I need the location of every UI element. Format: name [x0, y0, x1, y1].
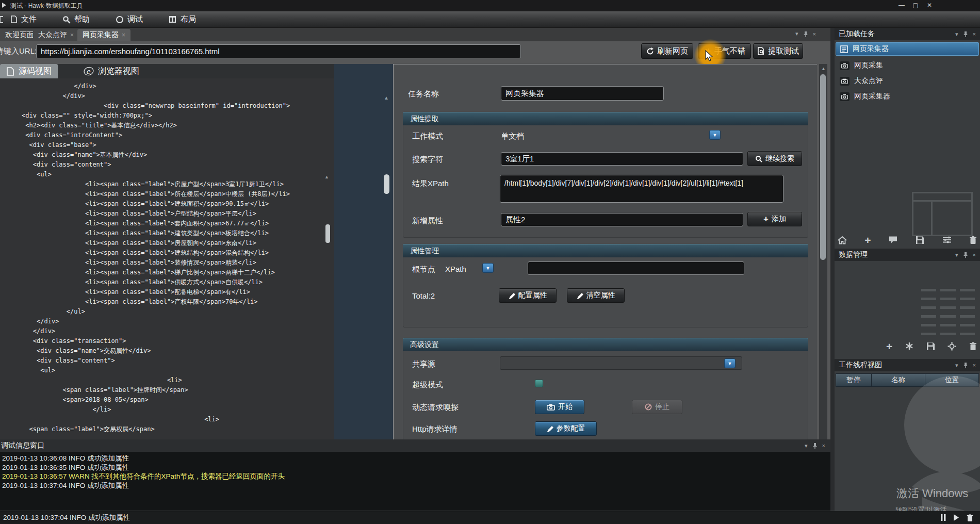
code-scrollbar-thumb[interactable]: [325, 224, 330, 243]
task-item[interactable]: 网页采集: [836, 59, 979, 72]
trash-icon[interactable]: [969, 236, 977, 244]
add-icon[interactable]: +: [886, 342, 892, 351]
close-icon[interactable]: ×: [973, 252, 976, 258]
data-grid-placeholder: [921, 289, 975, 338]
menu-help[interactable]: 帮助: [55, 11, 97, 27]
root-node-input[interactable]: [528, 261, 744, 275]
extract-group-header: 属性提取: [403, 112, 808, 125]
chevron-down-icon[interactable]: ▾: [955, 252, 958, 258]
pin-icon[interactable]: [963, 31, 968, 37]
task-name-input[interactable]: 网页采集器: [501, 86, 664, 101]
form-list-icon: [840, 45, 848, 53]
source-code-view[interactable]: </div> </div> <div class="newwrap basein…: [0, 78, 334, 439]
close-tab-icon[interactable]: ×: [122, 31, 125, 39]
work-mode-dropdown-icon[interactable]: ▼: [709, 130, 721, 140]
result-xpath-input[interactable]: /html[1]/body[1]/div[7]/div[1]/div[2]/di…: [500, 175, 783, 203]
source-tab-row: 源码视图 e 浏览器视图: [0, 64, 334, 78]
config-attrs-button[interactable]: 配置属性: [499, 288, 557, 303]
data-manage-panel-header: 数据管理 ▾ ×: [835, 249, 980, 261]
super-mode-checkbox[interactable]: [535, 380, 543, 387]
root-node-mode[interactable]: XPath: [445, 265, 466, 273]
refresh-page-button[interactable]: 刷新网页: [641, 43, 693, 59]
scroll-up-icon[interactable]: ▲: [821, 66, 826, 71]
log-row: 2019-01-13 10:37:04 INFO 成功添加属性: [2, 481, 830, 490]
play-icon[interactable]: [953, 514, 959, 521]
gear-icon[interactable]: [948, 342, 956, 351]
chevron-down-icon[interactable]: ▾: [955, 31, 958, 38]
menu-file[interactable]: 文件: [3, 11, 44, 27]
comment-icon[interactable]: [889, 236, 898, 244]
close-tab-icon[interactable]: ×: [70, 31, 74, 39]
url-input[interactable]: https://bj.lianjia.com/ershoufang/101103…: [36, 44, 521, 58]
task-item[interactable]: 网页采集器: [836, 90, 979, 103]
panel-splitter[interactable]: ▲: [334, 64, 393, 439]
share-source-dropdown[interactable]: ▼: [500, 356, 742, 370]
trash-icon[interactable]: [969, 342, 977, 351]
pin-icon[interactable]: [963, 252, 968, 258]
asterisk-icon[interactable]: [905, 342, 913, 350]
save-icon[interactable]: [926, 342, 935, 351]
work-mode-label: 工作模式: [412, 132, 443, 141]
home-icon[interactable]: [838, 236, 847, 244]
tab-web-collector[interactable]: 网页采集器 ×: [77, 29, 130, 41]
debug-log-area[interactable]: 2019-01-13 10:36:08 INFO 成功添加属性 2019-01-…: [0, 452, 830, 511]
filter-sliders-icon[interactable]: [942, 236, 952, 244]
maximize-button[interactable]: ▢: [910, 2, 921, 9]
add-icon[interactable]: +: [864, 236, 871, 244]
camera-icon: [547, 404, 555, 411]
doc-search-icon: [757, 47, 765, 55]
continue-search-button[interactable]: 继续搜索: [747, 151, 802, 166]
extract-test-button[interactable]: 提取测试: [753, 43, 803, 59]
minimize-button[interactable]: —: [896, 2, 907, 9]
form-scroll-up-icon[interactable]: ▲: [384, 95, 389, 101]
pencil-icon: [577, 292, 583, 299]
pin-icon[interactable]: [812, 443, 818, 449]
form-scrollbar[interactable]: ▲: [819, 64, 827, 439]
close-icon[interactable]: ×: [813, 31, 816, 37]
chevron-down-icon[interactable]: ▾: [795, 30, 798, 37]
loaded-tasks-panel-header: 已加载任务 ▾ ×: [835, 28, 980, 40]
scroll-up-icon[interactable]: ▲: [324, 174, 329, 179]
status-bar: 2019-01-13 10:37:04 INFO 成功添加属性: [0, 511, 980, 524]
feeling-lucky-button[interactable]: 手气不错: [698, 43, 751, 59]
form-scrollbar-thumb[interactable]: [820, 74, 826, 260]
sniff-start-button[interactable]: 开始: [535, 400, 584, 414]
work-mode-value[interactable]: 单文档: [501, 132, 524, 141]
tab-source-view[interactable]: 源码视图: [0, 64, 58, 78]
search-text-input[interactable]: 3室1厅1: [501, 152, 743, 166]
ie-browser-icon: e: [84, 67, 94, 76]
advanced-group-header: 高级设置: [403, 338, 808, 351]
task-item[interactable]: 大众点评: [836, 74, 979, 88]
root-node-dropdown-icon[interactable]: ▼: [482, 263, 494, 273]
tab-browser-view[interactable]: e 浏览器视图: [77, 64, 145, 78]
close-icon[interactable]: ×: [973, 31, 976, 37]
sniff-label: 动态请求嗅探: [412, 403, 459, 413]
manage-group-header: 属性管理: [403, 244, 808, 257]
splitter-grip[interactable]: [384, 174, 389, 194]
tasks-toolbar: +: [838, 233, 977, 247]
tabstrip-controls: ▾ ×: [795, 30, 816, 37]
task-item-selected[interactable]: 网页采集器: [836, 42, 979, 56]
trash-icon[interactable]: [967, 514, 973, 521]
chevron-down-icon[interactable]: ▾: [805, 443, 808, 449]
activate-windows-watermark-line2: 转到“设置”以激活 Windows。: [895, 505, 980, 511]
worker-col-pause[interactable]: 暂停: [836, 373, 872, 387]
tab-dazhongdianping[interactable]: 大众点评 ×: [33, 29, 79, 41]
new-attr-input[interactable]: 属性2: [501, 213, 743, 226]
layout-icon: [169, 15, 177, 24]
clear-attrs-button[interactable]: 清空属性: [567, 288, 625, 303]
camera-icon: [840, 61, 850, 70]
close-icon[interactable]: ×: [822, 443, 825, 449]
pin-icon[interactable]: [803, 31, 808, 37]
add-attr-button[interactable]: + 添加: [747, 212, 802, 226]
pencil-icon: [509, 292, 515, 299]
share-source-dropdown-icon[interactable]: ▼: [724, 358, 736, 368]
close-button[interactable]: ✕: [924, 2, 935, 9]
pause-icon[interactable]: [941, 514, 946, 521]
menu-layout[interactable]: 布局: [161, 11, 203, 27]
super-mode-label: 超级模式: [412, 380, 443, 390]
menu-debug[interactable]: 调试: [108, 11, 150, 27]
sniff-stop-button[interactable]: 停止: [632, 400, 682, 414]
save-icon[interactable]: [916, 236, 924, 244]
param-config-button[interactable]: 参数配置: [535, 421, 597, 436]
